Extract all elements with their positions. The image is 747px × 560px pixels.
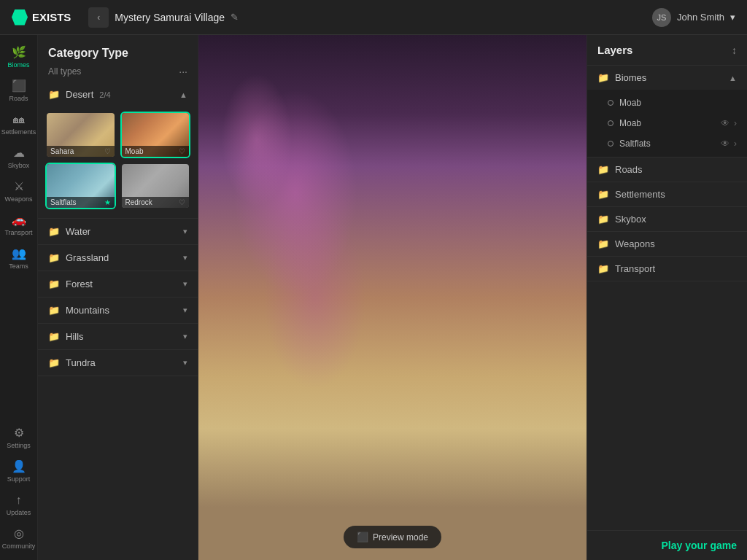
thumb-saltflats[interactable]: Saltflats ★ xyxy=(45,163,116,209)
settings-label: Settings xyxy=(7,442,31,449)
water-folder-icon: 📁 xyxy=(48,226,60,237)
sidebar-item-updates[interactable]: ↑ Updates xyxy=(3,489,35,521)
transport-layer-folder-icon: 📁 xyxy=(597,263,609,274)
water-name: Water xyxy=(66,226,90,237)
layers-header: Layers ↕ xyxy=(587,35,747,66)
sidebar-item-transport[interactable]: 🚗 Transport xyxy=(3,209,35,241)
sidebar-item-settings[interactable]: ⚙ Settings xyxy=(3,421,35,454)
cat-section-mountains[interactable]: 📁 Mountains ▾ xyxy=(38,298,198,324)
saltflats-label: Saltflats xyxy=(50,198,77,206)
settlements-layer-name: Settlements xyxy=(615,189,665,200)
transport-label: Transport xyxy=(4,229,32,236)
viewport: ⬛ Preview mode xyxy=(198,35,587,560)
layer-group-biomes: 📁 Biomes ▲ Moab xyxy=(587,66,747,158)
teams-icon: 👥 xyxy=(12,246,26,260)
layer-item-moab-2[interactable]: Moab 👁 › xyxy=(587,113,747,133)
skybox-icon: ☁ xyxy=(13,146,25,160)
biomes-icon: 🌿 xyxy=(12,45,26,59)
layers-sort-icon[interactable]: ↕ xyxy=(732,44,737,56)
moab-heart-icon: ♡ xyxy=(179,147,185,155)
layer-group-transport[interactable]: 📁 Transport xyxy=(587,257,747,281)
roads-layer-folder-icon: 📁 xyxy=(597,164,609,175)
preview-mode-button[interactable]: ⬛ Preview mode xyxy=(344,526,441,548)
preview-mode-label: Preview mode xyxy=(373,532,428,542)
sidebar-item-teams[interactable]: 👥 Teams xyxy=(3,242,35,274)
desert-header[interactable]: 📁 Desert 2/4 ▲ xyxy=(38,83,198,106)
desert-name: Desert xyxy=(66,89,93,100)
hills-folder-icon: 📁 xyxy=(48,331,60,342)
moab2-eye-icon[interactable]: 👁 xyxy=(721,118,729,128)
layer-group-settlements[interactable]: 📁 Settlements xyxy=(587,182,747,207)
saltflats-layer-name: Saltflats xyxy=(619,139,651,149)
layers-title: Layers xyxy=(597,44,632,56)
support-icon: 👤 xyxy=(12,459,26,473)
sidebar-item-support[interactable]: 👤 Support xyxy=(3,455,35,487)
biomes-group-header[interactable]: 📁 Biomes ▲ xyxy=(587,66,747,90)
sahara-heart-icon: ♡ xyxy=(104,147,111,155)
thumb-redrock[interactable]: Redrock ♡ xyxy=(120,163,191,209)
category-header: Category Type All types ··· xyxy=(38,35,198,83)
sidebar-item-settlements[interactable]: 🏘 Settlements xyxy=(3,108,35,140)
transport-layer-name: Transport xyxy=(615,263,655,274)
settlements-label: Settlements xyxy=(1,128,36,136)
category-filter-dots[interactable]: ··· xyxy=(179,66,187,77)
cat-section-grassland[interactable]: 📁 Grassland ▾ xyxy=(38,245,198,271)
grassland-chevron-icon: ▾ xyxy=(183,253,187,262)
cat-section-forest[interactable]: 📁 Forest ▾ xyxy=(38,271,198,298)
sidebar-item-weapons[interactable]: ⚔ Weapons xyxy=(3,175,35,207)
category-panel: Category Type All types ··· 📁 Desert 2/4… xyxy=(38,35,198,560)
forest-name: Forest xyxy=(66,279,93,289)
cat-section-tundra[interactable]: 📁 Tundra ▾ xyxy=(38,350,198,376)
sidebar-item-community[interactable]: ◎ Community xyxy=(3,522,35,554)
layer-group-skybox[interactable]: 📁 Skybox xyxy=(587,207,747,232)
moab2-dot xyxy=(608,120,614,126)
hills-name: Hills xyxy=(66,331,84,342)
project-title: Mystery Samurai Village xyxy=(115,12,225,23)
desert-grid: Sahara ♡ Moab ♡ xyxy=(38,106,198,218)
mountains-chevron-icon: ▾ xyxy=(183,306,187,315)
biomes-layer-folder-icon: 📁 xyxy=(597,72,609,83)
mountains-folder-icon: 📁 xyxy=(48,305,60,316)
cat-section-hills[interactable]: 📁 Hills ▾ xyxy=(38,324,198,350)
mountains-name: Mountains xyxy=(66,305,109,316)
transport-icon: 🚗 xyxy=(12,213,26,227)
tundra-chevron-icon: ▾ xyxy=(183,358,187,368)
scene-overlay xyxy=(198,35,587,560)
logo-text: EXISTS xyxy=(32,11,71,23)
icon-nav: 🌿 Biomes ⬛ Roads 🏘 Settlements ☁ Skybox … xyxy=(0,35,38,560)
roads-label: Roads xyxy=(9,95,28,102)
community-label: Community xyxy=(2,542,36,550)
layer-group-roads[interactable]: 📁 Roads xyxy=(587,158,747,182)
saltflats-eye-icon[interactable]: 👁 xyxy=(721,139,729,149)
logo-icon xyxy=(12,9,28,26)
user-menu[interactable]: JS John Smith ▾ xyxy=(652,8,735,27)
play-game-button[interactable]: Play your game xyxy=(662,540,738,551)
user-name: John Smith xyxy=(677,12,724,23)
topbar: EXISTS ‹ Mystery Samurai Village ✎ JS Jo… xyxy=(0,0,747,35)
sidebar-item-roads[interactable]: ⬛ Roads xyxy=(3,74,35,106)
grassland-folder-icon: 📁 xyxy=(48,252,60,263)
saltflats-chevron-icon[interactable]: › xyxy=(734,139,737,149)
layers-footer: Play your game xyxy=(587,530,747,560)
saltflats-dot xyxy=(608,141,614,147)
sidebar-item-skybox[interactable]: ☁ Skybox xyxy=(3,141,35,174)
desert-chevron-icon: ▲ xyxy=(179,90,187,99)
moab-label: Moab xyxy=(125,147,144,155)
community-icon: ◎ xyxy=(14,526,24,540)
weapons-icon: ⚔ xyxy=(14,179,24,193)
cat-section-water[interactable]: 📁 Water ▾ xyxy=(38,219,198,245)
thumb-sahara[interactable]: Sahara ♡ xyxy=(45,112,116,158)
moab2-chevron-icon[interactable]: › xyxy=(734,118,737,128)
layer-item-saltflats[interactable]: Saltflats 👁 › xyxy=(587,133,747,154)
tundra-folder-icon: 📁 xyxy=(48,357,60,368)
desert-folder-icon: 📁 xyxy=(48,89,60,100)
back-button[interactable]: ‹ xyxy=(88,7,109,28)
redrock-label: Redrock xyxy=(125,198,152,206)
thumb-moab[interactable]: Moab ♡ xyxy=(120,112,191,158)
sidebar-item-biomes[interactable]: 🌿 Biomes xyxy=(3,41,35,73)
layer-group-weapons[interactable]: 📁 Weapons xyxy=(587,232,747,257)
edit-icon[interactable]: ✎ xyxy=(231,12,239,23)
layer-item-moab-1[interactable]: Moab xyxy=(587,93,747,113)
skybox-label: Skybox xyxy=(8,162,30,169)
teams-label: Teams xyxy=(9,262,28,270)
